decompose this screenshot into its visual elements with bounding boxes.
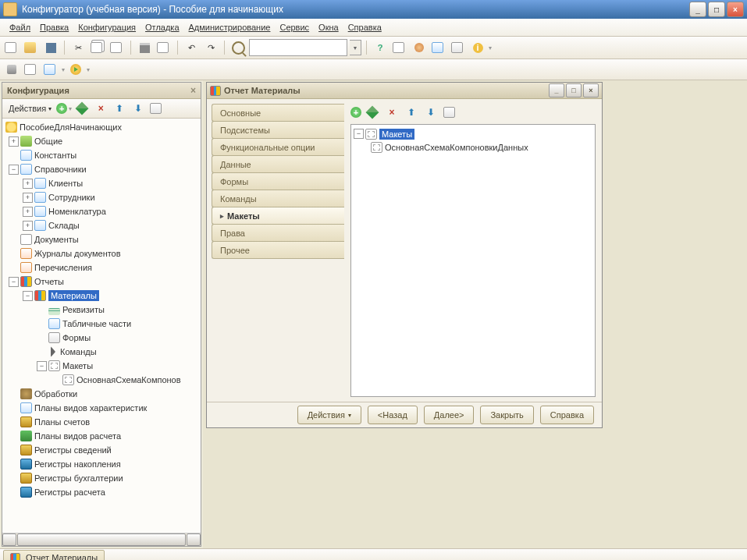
save-icon[interactable] xyxy=(42,39,59,56)
tree-item[interactable]: +Сотрудники xyxy=(2,190,201,204)
tree-item[interactable]: +Общие xyxy=(2,134,201,148)
add-icon[interactable]: + xyxy=(56,103,67,114)
tab-subsystems[interactable]: Подсистемы xyxy=(212,121,344,139)
tree-item[interactable]: +Документы xyxy=(2,232,201,246)
tab-other[interactable]: Прочее xyxy=(212,241,344,259)
tab-funcopts[interactable]: Функциональные опции xyxy=(212,138,344,156)
delete-icon[interactable]: × xyxy=(92,100,109,117)
info-icon[interactable]: i xyxy=(469,39,486,56)
tab-rights[interactable]: Права xyxy=(212,224,344,242)
tree-item[interactable]: +Журналы документов xyxy=(2,246,201,261)
preview-icon[interactable] xyxy=(155,39,173,56)
add-icon[interactable]: + xyxy=(350,107,361,118)
undo-icon[interactable]: ↶ xyxy=(183,39,200,56)
taskbar: Отчет Материалы xyxy=(0,548,747,560)
user-icon[interactable] xyxy=(411,39,428,56)
paste-icon[interactable] xyxy=(108,39,126,56)
dialog-minimize-button[interactable]: _ xyxy=(549,83,564,97)
db-icon[interactable] xyxy=(3,61,20,78)
tree-item[interactable]: +Планы счетов xyxy=(2,415,201,429)
panel-close-icon[interactable]: × xyxy=(190,85,196,96)
actions-button[interactable]: Действия ▾ xyxy=(297,406,361,424)
dialog-maximize-button[interactable]: □ xyxy=(566,83,582,97)
tab-templates[interactable]: ▸Макеты xyxy=(212,207,344,225)
tree-item[interactable]: +Команды xyxy=(2,345,201,359)
tree-item[interactable]: +Номенклатура xyxy=(2,204,201,218)
menu-service[interactable]: Сервис xyxy=(275,21,314,34)
menu-windows[interactable]: Окна xyxy=(314,21,343,34)
copy-icon[interactable] xyxy=(89,39,106,56)
search-icon[interactable] xyxy=(229,39,247,56)
back-button[interactable]: <Назад xyxy=(368,406,418,424)
menu-edit[interactable]: Правка xyxy=(35,21,73,34)
tree-item[interactable]: −Макеты xyxy=(2,359,201,373)
tree-item[interactable]: +Регистры бухгалтерии xyxy=(2,471,201,485)
sidebar-scrollbar[interactable] xyxy=(2,533,201,546)
up-icon[interactable]: ⬆ xyxy=(403,104,420,121)
tree-item[interactable]: +Планы видов характеристик xyxy=(2,401,201,415)
tree-item[interactable]: −Отчеты xyxy=(2,275,201,289)
edit-icon[interactable] xyxy=(364,104,381,121)
taskbar-item[interactable]: Отчет Материалы xyxy=(3,550,105,560)
edit-icon[interactable] xyxy=(73,100,91,117)
sort-icon[interactable] xyxy=(148,100,165,117)
tree-item[interactable]: +Перечисления xyxy=(2,261,201,275)
next-button[interactable]: Далее> xyxy=(424,406,475,424)
tree-item[interactable]: +Склады xyxy=(2,218,201,232)
tree-item[interactable]: +Обработки xyxy=(2,387,201,401)
search-dropdown[interactable]: ▼ xyxy=(350,40,361,55)
menu-help[interactable]: Справка xyxy=(343,21,386,34)
tree-item[interactable]: +Регистры расчета xyxy=(2,485,201,499)
tree-item[interactable]: +Клиенты xyxy=(2,176,201,190)
tree-root[interactable]: ПособиеДляНачинающих xyxy=(2,120,201,134)
tab-main[interactable]: Основные xyxy=(212,104,344,122)
copy2-icon[interactable] xyxy=(391,39,408,56)
dialog-close-button[interactable]: × xyxy=(583,83,599,97)
menu-config[interactable]: Конфигурация xyxy=(73,21,141,34)
down-icon[interactable]: ⬇ xyxy=(422,104,439,121)
content-area: Отчет Материалы _ □ × Основные Подсистем… xyxy=(203,80,747,548)
tab-forms[interactable]: Формы xyxy=(212,172,344,190)
close-button[interactable]: × xyxy=(727,2,744,17)
redo-icon[interactable]: ↷ xyxy=(202,39,219,56)
up-icon[interactable]: ⬆ xyxy=(111,100,128,117)
search-input[interactable] xyxy=(249,39,347,56)
tree-item[interactable]: +ОсновнаяСхемаКомпонов xyxy=(2,373,201,387)
tree-item-materialy[interactable]: −Материалы xyxy=(2,289,201,303)
actions-menu[interactable]: Действия ▾ xyxy=(5,102,55,115)
open-icon[interactable] xyxy=(23,39,40,56)
down-icon[interactable]: ⬇ xyxy=(130,100,147,117)
window-icon[interactable] xyxy=(42,61,59,78)
calc-icon[interactable] xyxy=(450,39,467,56)
tree-item[interactable]: +Регистры сведений xyxy=(2,443,201,457)
tab-commands[interactable]: Команды xyxy=(212,190,344,207)
help-button[interactable]: Справка xyxy=(540,406,594,424)
new-icon[interactable] xyxy=(3,39,20,56)
delete-icon[interactable]: × xyxy=(383,104,400,121)
menu-debug[interactable]: Отладка xyxy=(141,21,183,34)
maximize-button[interactable]: □ xyxy=(708,2,725,17)
list-icon[interactable] xyxy=(442,104,459,121)
tree-item[interactable]: +Константы xyxy=(2,148,201,162)
tree-item[interactable]: −Справочники xyxy=(2,162,201,176)
tree-item[interactable]: +Планы видов расчета xyxy=(2,429,201,443)
copy-db-icon[interactable] xyxy=(23,61,40,78)
syntax-icon[interactable]: ? xyxy=(372,39,389,56)
cut-icon[interactable]: ✂ xyxy=(69,39,87,56)
tree-item[interactable]: +Регистры накопления xyxy=(2,457,201,471)
tree-item-schema[interactable]: ОсновнаяСхемаКомпоновкиДанных xyxy=(354,140,592,154)
minimize-button[interactable]: _ xyxy=(689,2,706,17)
tree-item[interactable]: +Реквизиты xyxy=(2,303,201,317)
tab-data[interactable]: Данные xyxy=(212,155,344,173)
calendar-icon[interactable] xyxy=(430,39,447,56)
menu-file[interactable]: Файл xyxy=(5,21,35,34)
print-icon[interactable] xyxy=(136,39,153,56)
menu-admin[interactable]: Администрирование xyxy=(184,21,276,34)
report-icon xyxy=(210,86,221,96)
window-titlebar: Конфигуратор (учебная версия) - Пособие … xyxy=(0,0,747,19)
close-button[interactable]: Закрыть xyxy=(480,406,533,424)
tree-root-makety[interactable]: −Макеты xyxy=(354,127,592,140)
tree-item[interactable]: +Формы xyxy=(2,331,201,345)
run-icon[interactable] xyxy=(67,61,84,78)
tree-item[interactable]: +Табличные части xyxy=(2,317,201,331)
